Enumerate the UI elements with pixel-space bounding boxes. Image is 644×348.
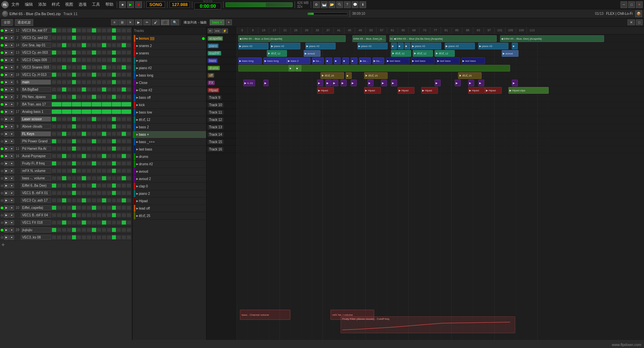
ch-play-btn[interactable]: ▶ [4, 161, 9, 166]
step-btn[interactable] [62, 132, 66, 136]
step-btn[interactable] [87, 154, 91, 158]
step-btn[interactable] [77, 73, 81, 77]
step-btn[interactable] [87, 176, 91, 180]
channel-row[interactable]: ▶●FL Keys [0, 130, 132, 138]
step-btn[interactable] [77, 235, 81, 240]
step-btn[interactable] [112, 117, 116, 121]
step-btn[interactable] [107, 206, 111, 210]
ch-mute-btn[interactable]: ● [9, 95, 14, 99]
step-btn[interactable] [72, 161, 77, 166]
step-btn[interactable] [121, 220, 126, 225]
menu-view[interactable]: 视图 [64, 1, 75, 8]
step-btn[interactable] [57, 65, 61, 70]
step-btn[interactable] [112, 183, 116, 188]
step-btn[interactable] [112, 198, 116, 203]
step-btn[interactable] [77, 65, 81, 70]
ch-mute-btn[interactable]: ● [9, 124, 14, 129]
step-btn[interactable] [77, 220, 81, 225]
step-btn[interactable] [82, 124, 86, 129]
step-btn[interactable] [121, 169, 126, 173]
step-btn[interactable] [82, 117, 86, 121]
channel-row[interactable]: ▶●12VEC3 Ba..eat 07 [0, 27, 132, 34]
step-btn[interactable] [97, 132, 101, 136]
step-btn[interactable] [97, 58, 101, 62]
menu-edit[interactable]: 编辑 [23, 1, 34, 8]
step-btn[interactable] [52, 220, 56, 225]
step-btn[interactable] [72, 102, 82, 106]
ch-play-btn[interactable]: ▶ [4, 176, 9, 181]
ch-play-btn[interactable]: ▶ [4, 65, 9, 70]
step-btn[interactable] [116, 50, 121, 55]
step-btn[interactable] [57, 169, 61, 173]
step-btn[interactable] [102, 176, 106, 180]
step-btn[interactable] [72, 176, 77, 180]
step-btn[interactable] [52, 176, 56, 180]
ch-play-btn[interactable]: ▶ [4, 87, 9, 92]
playlist-track-item[interactable]: ▶avoud 2 [133, 175, 206, 183]
all-btn[interactable]: 全部 [1, 19, 13, 26]
step-btn[interactable] [57, 28, 61, 33]
step-btn[interactable] [77, 58, 81, 62]
close-btn[interactable]: ✕ [636, 1, 643, 8]
step-btn[interactable] [121, 206, 126, 210]
step-btn[interactable] [87, 206, 91, 210]
step-btn[interactable] [87, 117, 91, 121]
ch-mute-btn[interactable]: ● [9, 198, 14, 203]
step-btn[interactable] [107, 139, 111, 143]
step-btn[interactable] [97, 206, 101, 210]
step-btn[interactable] [62, 169, 66, 173]
step-btn[interactable] [82, 58, 86, 62]
step-btn[interactable] [87, 65, 91, 70]
step-btn[interactable] [116, 183, 121, 188]
step-btn[interactable] [127, 213, 131, 217]
channel-row[interactable]: ▶●13VEC3 Cy..en 003 [0, 49, 132, 56]
step-btn[interactable] [92, 36, 96, 40]
step-btn[interactable] [102, 73, 106, 77]
step-btn[interactable] [72, 191, 77, 195]
step-btn[interactable] [97, 176, 101, 180]
ch-mute-btn[interactable]: ● [9, 139, 14, 144]
menu-style[interactable]: 样式 [50, 1, 61, 8]
step-btn[interactable] [102, 191, 106, 195]
master-volume[interactable] [226, 2, 293, 7]
step-btn[interactable] [67, 95, 71, 99]
ch-play-btn[interactable]: ▶ [4, 124, 9, 129]
ch-mute-btn[interactable]: ● [9, 146, 14, 151]
step-btn[interactable] [87, 28, 91, 33]
step-btn[interactable] [77, 198, 81, 203]
step-btn[interactable] [127, 36, 131, 40]
step-btn[interactable] [67, 206, 71, 210]
step-btn[interactable] [72, 36, 77, 40]
channel-name[interactable]: Laser scissor [21, 117, 51, 122]
channel-row[interactable]: ▶●4VEC3 Claps 009 [0, 56, 132, 64]
channel-name[interactable]: VEC1 B..rbFX 01 [21, 190, 51, 195]
step-btn[interactable] [72, 139, 77, 143]
arrangement-clip[interactable]: ▶ piano #2 [357, 43, 388, 49]
step-btn[interactable] [57, 191, 61, 195]
step-btn[interactable] [77, 124, 81, 129]
step-btn[interactable] [62, 28, 66, 33]
step-btn[interactable] [107, 132, 111, 136]
step-btn[interactable] [97, 80, 101, 84]
channel-row[interactable]: ▶●VEC3 Cy..ash 17 [0, 197, 132, 204]
step-btn[interactable] [82, 183, 86, 188]
group-btn[interactable]: ≡ [111, 19, 118, 25]
step-btn[interactable] [62, 146, 66, 151]
step-btn[interactable] [121, 43, 126, 47]
step-btn[interactable] [121, 50, 126, 55]
paint-tool[interactable]: 🖌 [152, 19, 160, 25]
channel-row[interactable]: ▶●29jiujiujiu [0, 226, 132, 234]
step-btn[interactable] [107, 228, 111, 232]
step-btn[interactable] [107, 161, 111, 166]
step-btn[interactable] [127, 206, 131, 210]
step-btn[interactable] [52, 228, 56, 232]
step-btn[interactable] [77, 36, 81, 40]
channel-row[interactable]: ▶●7BA Tran..ass 17 [0, 101, 132, 108]
menu-add[interactable]: 添加 [37, 1, 48, 8]
step-btn[interactable] [112, 206, 116, 210]
arrangement-clip[interactable]: ▶ last bass [461, 57, 485, 64]
arrangement-clip[interactable]: ▶ [391, 80, 397, 86]
playlist-track-item[interactable]: ▶bass _+++ [133, 138, 206, 146]
step-btn[interactable] [62, 206, 66, 210]
step-btn[interactable] [127, 132, 131, 136]
